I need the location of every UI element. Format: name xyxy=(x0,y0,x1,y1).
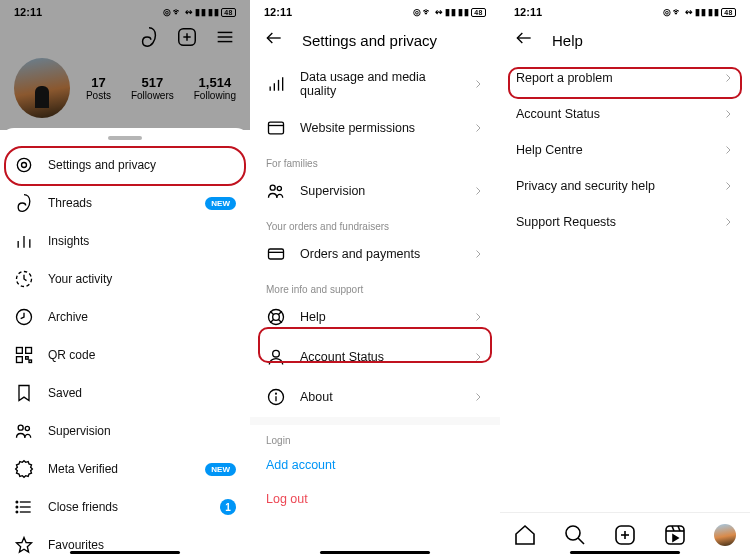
menu-label: Settings and privacy xyxy=(48,158,156,172)
menu-label: Archive xyxy=(48,310,88,324)
svg-point-7 xyxy=(22,163,27,168)
page-title: Help xyxy=(552,32,583,49)
svg-rect-16 xyxy=(26,357,29,360)
row-help[interactable]: Help xyxy=(250,297,500,337)
menu-label: Saved xyxy=(48,386,82,400)
status-icons: ◎ᯤ↭▮▮▮▮48 xyxy=(163,7,236,17)
nav-header: Settings and privacy xyxy=(250,22,500,60)
chevron-right-icon xyxy=(472,351,484,363)
bottom-nav xyxy=(500,512,750,556)
row-account-status[interactable]: Account Status xyxy=(250,337,500,377)
svg-point-6 xyxy=(17,158,30,171)
card-icon xyxy=(266,244,286,264)
menu-label: Favourites xyxy=(48,538,104,552)
nav-home-icon[interactable] xyxy=(513,523,537,547)
link-log-out[interactable]: Log out xyxy=(250,482,500,516)
svg-line-45 xyxy=(279,320,282,323)
stat-following[interactable]: 1,514Following xyxy=(194,75,236,101)
row-label: Supervision xyxy=(300,184,365,198)
nav-indicator xyxy=(70,551,180,554)
chevron-right-icon xyxy=(472,248,484,260)
nav-create-icon[interactable] xyxy=(613,523,637,547)
row-label: Help xyxy=(300,310,326,324)
stat-posts[interactable]: 17Posts xyxy=(86,75,111,101)
row-orders[interactable]: Orders and payments xyxy=(250,234,500,274)
svg-point-18 xyxy=(18,425,23,430)
svg-point-25 xyxy=(16,511,18,513)
svg-rect-38 xyxy=(269,249,284,259)
chevron-right-icon xyxy=(472,78,484,90)
row-support-requests[interactable]: Support Requests xyxy=(500,204,750,240)
status-time: 12:11 xyxy=(514,6,542,18)
section-login: Login xyxy=(250,431,500,448)
chevron-right-icon xyxy=(722,72,734,84)
menu-meta-verified[interactable]: Meta Verified NEW xyxy=(0,450,250,488)
profile-summary: 17Posts 517Followers 1,514Following xyxy=(0,52,250,128)
new-badge: NEW xyxy=(205,197,236,210)
count-badge: 1 xyxy=(220,499,236,515)
menu-label: Close friends xyxy=(48,500,118,514)
nav-indicator xyxy=(320,551,430,554)
row-help-centre[interactable]: Help Centre xyxy=(500,132,750,168)
row-label: About xyxy=(300,390,333,404)
row-about[interactable]: About xyxy=(250,377,500,417)
hamburger-icon[interactable] xyxy=(214,26,236,48)
nav-indicator xyxy=(570,551,680,554)
row-privacy-help[interactable]: Privacy and security help xyxy=(500,168,750,204)
gear-icon xyxy=(14,155,34,175)
nav-reels-icon[interactable] xyxy=(663,523,687,547)
menu-insights[interactable]: Insights xyxy=(0,222,250,260)
svg-point-37 xyxy=(277,186,281,190)
help-icon xyxy=(266,307,286,327)
status-time: 12:11 xyxy=(14,6,42,18)
row-website-permissions[interactable]: Website permissions xyxy=(250,108,500,148)
menu-close-friends[interactable]: Close friends 1 xyxy=(0,488,250,526)
avatar[interactable] xyxy=(14,58,70,118)
menu-label: Insights xyxy=(48,234,89,248)
link-add-account[interactable]: Add account xyxy=(250,448,500,482)
chevron-right-icon xyxy=(472,391,484,403)
phone-3-help: 12:11 ◎ᯤ↭▮▮▮▮48 Help Report a problem Ac… xyxy=(500,0,750,556)
stat-followers[interactable]: 517Followers xyxy=(131,75,174,101)
supervision-icon xyxy=(266,181,286,201)
svg-point-46 xyxy=(273,350,280,357)
row-label: Account Status xyxy=(300,350,384,364)
section-families: For families xyxy=(250,154,500,171)
row-label: Support Requests xyxy=(516,215,616,229)
phone-2-settings: 12:11 ◎ᯤ↭▮▮▮▮48 Settings and privacy Dat… xyxy=(250,0,500,556)
info-icon xyxy=(266,387,286,407)
menu-supervision[interactable]: Supervision xyxy=(0,412,250,450)
row-report-problem[interactable]: Report a problem xyxy=(500,60,750,96)
person-icon xyxy=(266,347,286,367)
row-supervision[interactable]: Supervision xyxy=(250,171,500,211)
row-data-usage[interactable]: Data usage and media quality xyxy=(250,60,500,108)
create-icon[interactable] xyxy=(176,26,198,48)
list-icon xyxy=(14,497,34,517)
bottom-sheet-menu: Settings and privacy Threads NEW Insight… xyxy=(0,128,250,556)
svg-point-49 xyxy=(276,393,277,394)
star-icon xyxy=(14,535,34,555)
menu-threads[interactable]: Threads NEW xyxy=(0,184,250,222)
menu-activity[interactable]: Your activity xyxy=(0,260,250,298)
phone-1-profile-menu: 12:11 ◎ᯤ↭▮▮▮▮48 17Posts 517Followers 1,5… xyxy=(0,0,250,556)
threads-icon[interactable] xyxy=(138,26,160,48)
menu-settings[interactable]: Settings and privacy xyxy=(0,146,250,184)
supervision-icon xyxy=(14,421,34,441)
menu-label: Supervision xyxy=(48,424,111,438)
nav-profile-avatar[interactable] xyxy=(713,523,737,547)
row-label: Report a problem xyxy=(516,71,613,85)
menu-qr-code[interactable]: QR code xyxy=(0,336,250,374)
row-label: Data usage and media quality xyxy=(300,70,458,98)
row-account-status[interactable]: Account Status xyxy=(500,96,750,132)
sheet-grabber[interactable] xyxy=(108,136,142,140)
nav-search-icon[interactable] xyxy=(563,523,587,547)
back-icon[interactable] xyxy=(514,28,534,52)
svg-point-19 xyxy=(25,426,29,430)
signal-icon xyxy=(266,74,286,94)
svg-rect-14 xyxy=(26,348,32,354)
chevron-right-icon xyxy=(472,311,484,323)
menu-archive[interactable]: Archive xyxy=(0,298,250,336)
back-icon[interactable] xyxy=(264,28,284,52)
menu-saved[interactable]: Saved xyxy=(0,374,250,412)
menu-label: Meta Verified xyxy=(48,462,118,476)
